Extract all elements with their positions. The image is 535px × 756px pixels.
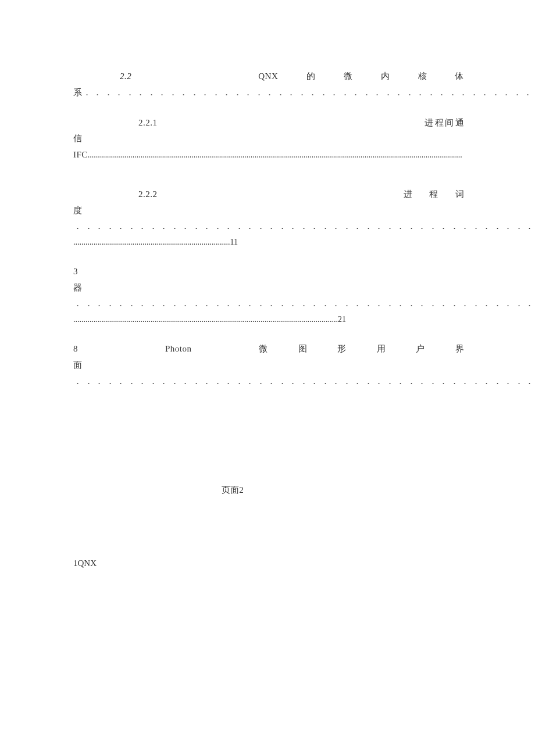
toc-entry-3: 3 器．．．．．．．．．．．．．．．．．．．．．．．．．．．．．．．．．．．．．… — [73, 264, 464, 327]
toc-title: 进程间通信 — [73, 118, 464, 144]
toc-dots: ．．．．．．．．．．．．．．．．．．．．．．．．．．．．．．．．．．．．．．．．… — [83, 88, 536, 97]
toc-dots: ．．．．．．．．．．．．．．．．．．．．．．．．．．．．．．．．．．．．．．．．… — [73, 218, 464, 235]
toc-entry-2-2-1: 2.2.1进程间通信 IFC..........................… — [73, 115, 464, 163]
toc-entry-2-2: 2.2QNX的微内核体 系．．．．．．．．．．．．．．．．．．．．．．．．．．．… — [73, 69, 464, 101]
toc-entry-2-2-2: 2.2.2进程词 度．．．．．．．．．．．．．．．．．．．．．．．．．．．．．．… — [73, 187, 464, 250]
toc-title: 进程词 — [387, 189, 465, 199]
toc-trail-word: 面 — [73, 360, 83, 370]
toc-number: 2.2 — [120, 71, 131, 81]
document-page: 2.2QNX的微内核体 系．．．．．．．．．．．．．．．．．．．．．．．．．．．… — [0, 0, 535, 568]
toc-trail-word: 系 — [73, 88, 83, 97]
toc-number: 2.2.1 — [138, 118, 158, 127]
toc-dots-page: ........................................… — [73, 312, 464, 327]
toc-dots-page: ........................................… — [73, 235, 464, 250]
toc-number: 8 — [73, 344, 78, 353]
toc-trail-word: IFC — [73, 150, 88, 159]
toc-dots: ．．．．．．．．．．．．．．．．．．．．．．．．．．．．．．．．．．．．．．．．… — [73, 374, 464, 390]
toc-dots: ．．．．．．．．．．．．．．．．．．．．．．．．．．．．．．．．．．．．．．．．… — [73, 296, 464, 312]
section-heading: 1QNX — [73, 558, 464, 568]
toc-number: 2.2.2 — [138, 189, 158, 199]
toc-dots: ........................................… — [88, 151, 462, 159]
toc-label: 微图形用户界 — [229, 344, 464, 353]
toc-entry-8: 8Photon微图形用户界 面．．．．．．．．．．．．．．．．．．．．．．．．．… — [73, 341, 464, 389]
toc-trail-word: 器 — [73, 283, 83, 292]
toc-label: Photon — [165, 344, 192, 353]
toc-title: QNX的微内核体 — [258, 71, 464, 81]
toc-number: 3 — [73, 267, 78, 276]
toc-trail-word: 度 — [73, 206, 83, 215]
page-number: 页面2 — [1, 485, 464, 496]
